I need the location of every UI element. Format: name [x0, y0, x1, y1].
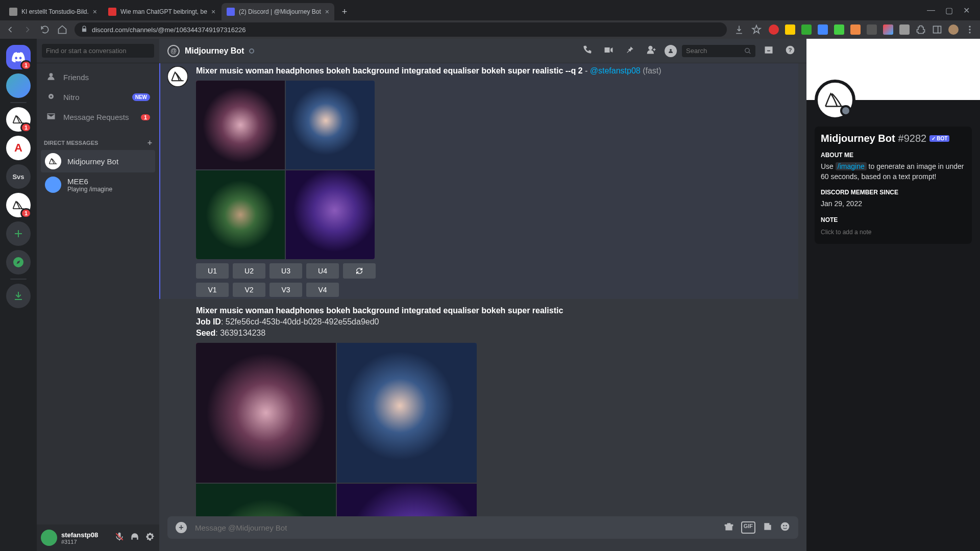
new-dm-button[interactable]: +	[148, 138, 152, 147]
emoji-icon[interactable]	[780, 521, 790, 534]
v3-button[interactable]: V3	[270, 283, 302, 297]
user-tag: #3117	[61, 539, 98, 545]
message-list[interactable]: Mixer music woman headphones bokeh backg…	[159, 63, 806, 516]
home-dm-button[interactable]: 1	[6, 45, 31, 69]
image-result-4[interactable]	[337, 484, 477, 516]
dm-item-midjourney[interactable]: Midjourney Bot	[41, 150, 155, 172]
minimize-icon[interactable]: —	[927, 6, 935, 15]
sidepanel-icon[interactable]	[932, 24, 942, 35]
new-tab-button[interactable]: +	[337, 5, 352, 19]
browser-tab-1[interactable]: KI erstellt Tonstudio-Bild. ×	[4, 3, 102, 20]
ext-keep-icon[interactable]	[785, 24, 795, 35]
extensions-icon[interactable]	[916, 24, 926, 35]
status-offline-icon	[249, 48, 254, 54]
close-window-icon[interactable]: ✕	[963, 6, 970, 15]
dm-search-input[interactable]	[42, 44, 154, 58]
ext-gray-icon[interactable]	[867, 24, 877, 35]
ext-abp-icon[interactable]	[769, 24, 779, 35]
close-icon[interactable]: ×	[93, 8, 97, 16]
address-bar[interactable]: discord.com/channels/@me/106344374919731…	[75, 22, 727, 37]
profile-panel: Midjourney Bot#9282 ✓ BOT ABOUT ME Use /…	[806, 39, 980, 551]
image-result-4[interactable]	[286, 170, 375, 259]
bot-avatar[interactable]	[167, 66, 188, 87]
menu-icon[interactable]	[965, 24, 975, 35]
chat-title: Midjourney Bot	[185, 46, 244, 56]
note-input[interactable]	[821, 227, 966, 238]
profile-icon[interactable]	[665, 45, 677, 57]
browser-tab-3[interactable]: (2) Discord | @Midjourney Bot ×	[222, 3, 334, 20]
v2-button[interactable]: V2	[233, 283, 265, 297]
search-input[interactable]	[686, 47, 744, 55]
search-box[interactable]	[682, 45, 755, 57]
nitro-label: Nitro	[63, 93, 80, 102]
deafen-icon[interactable]	[130, 532, 140, 544]
maximize-icon[interactable]: ▢	[945, 6, 953, 15]
sticker-icon[interactable]	[763, 521, 773, 534]
image-result-3[interactable]	[196, 484, 336, 516]
mute-mic-icon[interactable]	[114, 532, 125, 544]
dm-item-mee6[interactable]: MEE6 Playing /imagine	[41, 173, 155, 196]
home-icon[interactable]	[57, 24, 67, 35]
server-icon-mj[interactable]: 1	[6, 107, 31, 132]
profile-discrim: #9282	[898, 133, 927, 144]
ext-blue-icon[interactable]	[818, 24, 828, 35]
reroll-button[interactable]	[343, 263, 376, 279]
svg-point-8	[670, 49, 672, 51]
image-grid[interactable]	[196, 81, 375, 259]
image-grid-large[interactable]	[196, 343, 477, 516]
ext-lens-icon[interactable]	[883, 24, 893, 35]
image-result-1[interactable]	[196, 81, 285, 169]
back-icon[interactable]	[5, 24, 15, 35]
profile-avatar[interactable]	[815, 80, 855, 120]
message-requests-nav[interactable]: Message Requests 1	[41, 107, 155, 127]
mention[interactable]: @stefanstp08	[590, 66, 641, 75]
add-server-button[interactable]	[6, 221, 31, 246]
u2-button[interactable]: U2	[233, 263, 265, 279]
ext-green-icon[interactable]	[801, 24, 812, 35]
separator	[10, 279, 27, 280]
help-icon[interactable]: ?	[782, 45, 798, 57]
u1-button[interactable]: U1	[196, 263, 229, 279]
inbox-icon[interactable]	[761, 45, 777, 57]
dm-sub: Playing /imagine	[67, 186, 112, 193]
ext-orange-icon[interactable]	[850, 24, 861, 35]
ext-leaf-icon[interactable]	[834, 24, 844, 35]
nitro-nav[interactable]: Nitro NEW	[41, 87, 155, 107]
pin-icon[interactable]	[622, 45, 638, 57]
v4-button[interactable]: V4	[306, 283, 339, 297]
friends-nav[interactable]: Friends	[41, 67, 155, 87]
v1-button[interactable]: V1	[196, 283, 229, 297]
voice-call-icon[interactable]	[579, 45, 595, 57]
reload-icon[interactable]	[40, 24, 50, 35]
profile-avatar-icon[interactable]	[948, 24, 959, 35]
browser-tab-2[interactable]: Wie man ChatGPT beibringt, be ×	[103, 3, 220, 20]
star-icon[interactable]	[751, 24, 762, 35]
profile-name-row: Midjourney Bot#9282 ✓ BOT	[821, 133, 966, 144]
gift-icon[interactable]	[724, 521, 734, 534]
ext-dot-icon[interactable]	[899, 24, 910, 35]
server-icon-mj2[interactable]: 1	[6, 193, 31, 217]
extension-icons	[769, 24, 975, 35]
message-input[interactable]	[195, 523, 716, 532]
video-call-icon[interactable]	[600, 45, 617, 57]
download-apps-button[interactable]	[6, 284, 31, 308]
close-icon[interactable]: ×	[211, 8, 215, 16]
image-result-2[interactable]	[286, 81, 375, 169]
image-result-2[interactable]	[337, 343, 477, 483]
server-icon-a[interactable]: A	[6, 136, 31, 160]
u3-button[interactable]: U3	[270, 263, 302, 279]
explore-button[interactable]	[6, 250, 31, 274]
image-result-3[interactable]	[196, 170, 285, 259]
attach-button[interactable]: +	[176, 522, 187, 533]
server-icon-1[interactable]	[6, 73, 31, 98]
image-result-1[interactable]	[196, 343, 336, 483]
close-icon[interactable]: ×	[325, 8, 329, 16]
install-icon[interactable]	[734, 24, 744, 35]
forward-icon[interactable]	[22, 24, 33, 35]
server-icon-svs[interactable]: Svs	[6, 164, 31, 189]
user-avatar[interactable]	[41, 530, 57, 546]
add-friends-icon[interactable]	[643, 45, 659, 57]
u4-button[interactable]: U4	[306, 263, 339, 279]
settings-icon[interactable]	[145, 532, 155, 544]
gif-icon[interactable]: GIF	[741, 521, 755, 534]
